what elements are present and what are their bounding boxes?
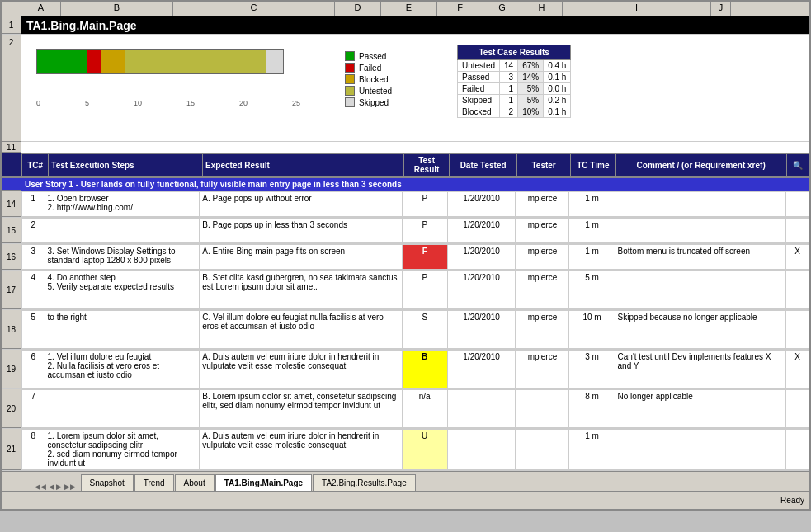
cell-expected-6: A. Duis autem vel eum iriure dolor in he… <box>200 351 402 388</box>
legend-skipped: Skipped <box>345 97 424 107</box>
tab-snapshot[interactable]: Snapshot <box>81 474 134 491</box>
cell-x-3: X <box>786 245 809 270</box>
col-d[interactable]: D <box>335 2 381 16</box>
chart-legend: Passed Failed Blocked Untested Skipped <box>335 35 434 141</box>
data-row-14: 14 1 1. Open browser 2. http://www.bing.… <box>2 191 809 218</box>
cell-expected-3: A. Entire Bing main page fits on screen <box>200 245 402 270</box>
result-hours-failed: 0.0 h <box>544 83 571 95</box>
col-c[interactable]: C <box>173 2 335 16</box>
cell-tester-4: mpierce <box>516 271 569 309</box>
tab-trend[interactable]: Trend <box>134 474 174 491</box>
spreadsheet: A B C D E F G H I J 1 TA1.Bing.Main.Page… <box>0 0 811 511</box>
result-row-skipped: Skipped 1 5% 0.2 h <box>458 95 571 106</box>
cell-date-8 <box>447 430 516 470</box>
data-table-row14: 1 1. Open browser 2. http://www.bing.com… <box>21 191 809 217</box>
cell-comment-8 <box>615 430 786 470</box>
col-i[interactable]: I <box>563 2 711 16</box>
cell-comment-6: Can't test until Dev implements features… <box>615 351 786 388</box>
cell-tctime-1: 1 m <box>569 192 615 217</box>
row-12: TC# Test Execution Steps Expected Result… <box>2 153 809 178</box>
tab-about[interactable]: About <box>175 474 215 491</box>
cell-date-6: 1/20/2010 <box>447 351 516 388</box>
row-num-11: 11 <box>2 142 21 153</box>
row-11-content <box>21 142 809 153</box>
cell-tctime-8: 1 m <box>569 430 615 470</box>
data-table-row18: 5 to the right C. Vel illum dolore eu fe… <box>21 310 809 349</box>
row-num-14: 14 <box>2 191 21 217</box>
legend-passed-label: Passed <box>359 52 386 61</box>
col-g[interactable]: G <box>483 2 521 16</box>
table-row: 5 to the right C. Vel illum dolore eu fe… <box>22 311 809 349</box>
cell-expected-8: A. Duis autem vel eum iriure dolor in he… <box>200 430 402 470</box>
result-count-untested: 14 <box>500 60 518 72</box>
row-num-20: 20 <box>2 389 21 428</box>
chart-section: 2 0 5 10 15 20 25 <box>2 35 809 142</box>
bar-blocked <box>101 50 125 73</box>
result-count-passed: 3 <box>500 72 518 83</box>
cell-tctime-3: 1 m <box>569 245 615 270</box>
result-label-failed: Failed <box>458 83 500 95</box>
result-label-blocked: Blocked <box>458 106 500 118</box>
row-num-13 <box>2 178 21 191</box>
th-tc: TC# <box>22 154 49 177</box>
col-h[interactable]: H <box>521 2 563 16</box>
th-result: Test Result <box>404 154 450 177</box>
data-row-16: 16 3 3. Set Windows Display Settings to … <box>2 244 809 271</box>
result-count-blocked: 2 <box>500 106 518 118</box>
bar-skipped <box>266 50 283 73</box>
cell-tester-5: mpierce <box>516 311 569 349</box>
cell-comment-7: No longer applicable <box>615 390 786 428</box>
bar-row <box>36 49 284 74</box>
user-story-text: User Story 1 - User lands on fully funct… <box>25 180 402 189</box>
data-row-17: 17 4 4. Do another step 5. Verify separa… <box>2 271 809 310</box>
cell-steps-4: 4. Do another step 5. Verify separate ex… <box>45 271 200 309</box>
row-num-1: 1 <box>2 16 21 34</box>
table-row: 1 1. Open browser 2. http://www.bing.com… <box>22 192 809 217</box>
chart-axis: 0 5 10 15 20 25 <box>36 99 300 107</box>
cell-x-2 <box>786 219 809 243</box>
table-row: 2 B. Page pops up in less than 3 seconds… <box>22 219 809 243</box>
cell-x-8 <box>786 430 809 470</box>
col-j[interactable]: J <box>711 2 731 16</box>
tab-ta2-results[interactable]: TA2.Bing.Results.Page <box>313 474 416 491</box>
col-b[interactable]: B <box>61 2 173 16</box>
cell-tc-1: 1 <box>22 192 45 217</box>
result-row-untested: Untested 14 67% 0.4 h <box>458 60 571 72</box>
data-table-row21: 8 1. Lorem ipsum dolor sit amet, consete… <box>21 429 809 470</box>
bar-failed <box>87 50 101 73</box>
cell-steps-7 <box>45 390 200 428</box>
legend-skipped-label: Skipped <box>359 98 389 107</box>
results-table: Test Case Results Untested 14 67% 0.4 h … <box>457 45 571 118</box>
legend-skipped-box <box>345 97 355 107</box>
cell-expected-7: B. Lorem ipsum dolor sit amet, consetetu… <box>200 390 402 428</box>
cell-tc-5: 5 <box>22 311 45 349</box>
th-search-icon[interactable]: 🔍 <box>786 154 809 177</box>
col-f[interactable]: F <box>437 2 483 16</box>
result-label-untested: Untested <box>458 60 500 72</box>
data-table-row15: 2 B. Page pops up in less than 3 seconds… <box>21 218 809 243</box>
data-table-row19: 6 1. Vel illum dolore eu feugiat 2. Null… <box>21 350 809 388</box>
ready-text: Ready <box>780 496 804 505</box>
table-row: 8 1. Lorem ipsum dolor sit amet, consete… <box>22 430 809 470</box>
data-table-row20: 7 B. Lorem ipsum dolor sit amet, consete… <box>21 389 809 428</box>
cell-tc-8: 8 <box>22 430 45 470</box>
cell-comment-4 <box>615 271 786 309</box>
col-a[interactable]: A <box>21 2 61 16</box>
cell-tc-7: 7 <box>22 390 45 428</box>
cell-comment-3: Bottom menu is truncated off screen <box>615 245 786 270</box>
row-num-15: 15 <box>2 218 21 243</box>
cell-result-6: B <box>402 351 447 388</box>
cell-tctime-6: 3 m <box>569 351 615 388</box>
row-num-16: 16 <box>2 244 21 270</box>
spreadsheet-title: TA1.Bing.Main.Page <box>26 19 137 32</box>
tab-ta1-main[interactable]: TA1.Bing.Main.Page <box>215 474 312 491</box>
tab-nav-arrows[interactable]: ◀◀ ◀ ▶ ▶▶ <box>35 483 76 491</box>
cell-result-3: F <box>402 245 447 270</box>
cell-x-4 <box>786 271 809 309</box>
cell-tester-7 <box>516 390 569 428</box>
cell-tc-3: 3 <box>22 245 45 270</box>
results-table-title: Test Case Results <box>458 45 571 60</box>
results-table-container: Test Case Results Untested 14 67% 0.4 h … <box>450 35 578 141</box>
col-e[interactable]: E <box>381 2 437 16</box>
status-icons: Ready <box>780 496 804 505</box>
